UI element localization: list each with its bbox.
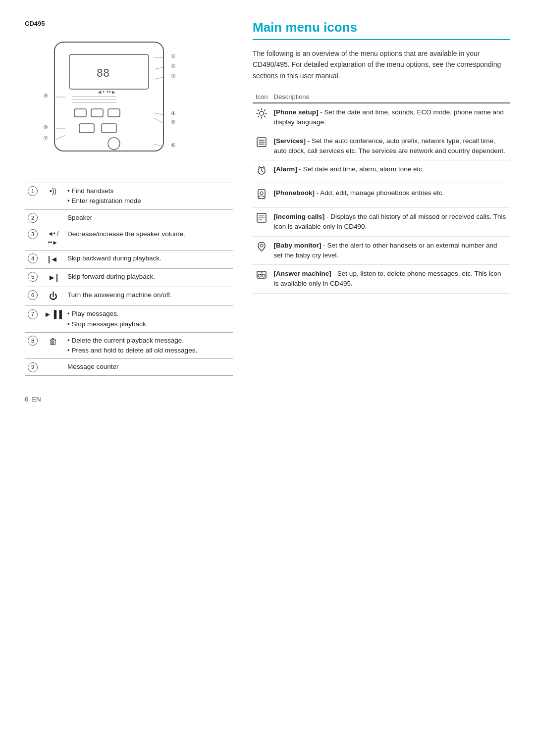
menu-item-row: [Baby monitor] - Set the alert to other …: [253, 236, 510, 265]
table-row: 2 Speaker: [25, 209, 233, 226]
menu-item-description: [Answer machine] - Set up, listen to, de…: [271, 265, 510, 294]
svg-rect-7: [91, 109, 103, 117]
row-number: 9: [25, 359, 41, 375]
svg-text:⑦: ⑦: [43, 135, 48, 141]
menu-icon-cell: [253, 132, 271, 160]
svg-text:②: ②: [171, 63, 176, 69]
page-lang: EN: [32, 396, 41, 403]
table-row: 4 |◄ Skip backward during playback.: [25, 250, 233, 268]
svg-line-22: [154, 67, 163, 69]
menu-item-row: [Alarm] - Set date and time, alarm, alar…: [253, 160, 510, 184]
button-description: Skip backward during playback.: [65, 250, 233, 268]
device-svg: 88 ① ② ③: [25, 32, 203, 171]
svg-rect-6: [74, 109, 86, 117]
menu-icon-cell: [253, 236, 271, 265]
menu-item-description: [Phonebook] - Add, edit, manage phoneboo…: [271, 184, 510, 208]
svg-line-24: [154, 113, 163, 115]
phonebook-icon: [256, 189, 267, 200]
menu-icon-cell: [253, 184, 271, 208]
svg-point-51: [262, 274, 265, 277]
svg-text:••►: ••►: [107, 89, 116, 96]
button-icon: [41, 359, 65, 375]
row-number: 2: [25, 209, 41, 226]
row-number: 3: [25, 226, 41, 250]
table-header-row: Icon Descriptions: [253, 91, 510, 103]
row-number: 5: [25, 268, 41, 287]
button-icon: ►▐▐: [41, 306, 65, 333]
svg-line-39: [262, 171, 263, 172]
button-description: Play messages. Stop messages playback.: [65, 306, 233, 333]
button-icon: ►|: [41, 268, 65, 287]
alarm-icon: [256, 165, 267, 176]
svg-rect-9: [79, 124, 94, 133]
svg-line-40: [259, 166, 260, 167]
button-icon: •)): [41, 183, 65, 210]
svg-text:◄•: ◄•: [97, 89, 105, 96]
menu-icon-cell: [253, 208, 271, 237]
col-desc-header: Descriptions: [271, 91, 510, 103]
table-row: 3 ◄• / ••► Decrease/increase the speaker…: [25, 226, 233, 250]
main-layout: CD495 88: [25, 20, 510, 376]
svg-text:⑥: ⑥: [171, 142, 176, 148]
table-row: 9 Message counter: [25, 359, 233, 375]
row-number: 7: [25, 306, 41, 333]
svg-text:88: 88: [97, 67, 110, 79]
svg-text:⑤: ⑤: [171, 119, 176, 125]
svg-point-32: [260, 111, 264, 115]
row-number: 6: [25, 287, 41, 306]
svg-rect-8: [108, 109, 120, 117]
menu-item-row: [Phonebook] - Add, edit, manage phoneboo…: [253, 184, 510, 208]
row-number: 8: [25, 332, 41, 359]
menu-item-row: [Phone setup] - Set the date and time, s…: [253, 103, 510, 132]
intro-text: The following is an overview of the menu…: [253, 48, 510, 81]
svg-line-29: [55, 135, 65, 140]
button-description: Speaker: [65, 209, 233, 226]
menu-item-description: [Services] - Set the auto conference, au…: [271, 132, 510, 160]
services-icon: [256, 137, 267, 148]
menu-item-description: [Phone setup] - Set the date and time, s…: [271, 103, 510, 132]
col-icon-header: Icon: [253, 91, 271, 103]
menu-item-row: [Incoming calls] - Displays the call his…: [253, 208, 510, 237]
menu-item-description: [Alarm] - Set date and time, alarm, alar…: [271, 160, 510, 184]
page-footer: 6 EN: [25, 396, 510, 403]
button-reference-table: 1 •)) Find handsets Enter registration m…: [25, 183, 233, 376]
svg-text:⑨: ⑨: [43, 93, 48, 99]
button-description: Skip forward during playback.: [65, 268, 233, 287]
row-number: 1: [25, 183, 41, 210]
table-row: 6 ⏻ Turn the answering machine on/off.: [25, 287, 233, 306]
product-label: CD495: [25, 20, 233, 27]
button-description: Delete the current playback message. Pre…: [65, 332, 233, 359]
menu-icon-cell: [253, 265, 271, 294]
svg-rect-42: [258, 190, 265, 199]
svg-rect-10: [102, 124, 116, 133]
table-row: 5 ►| Skip forward during playback.: [25, 268, 233, 287]
table-row: 7 ►▐▐ Play messages. Stop messages playb…: [25, 306, 233, 333]
table-row: 8 🗑 Delete the current playback message.…: [25, 332, 233, 359]
svg-line-23: [154, 77, 163, 79]
table-row: 1 •)) Find handsets Enter registration m…: [25, 183, 233, 210]
menu-icon-cell: [253, 103, 271, 132]
incoming-calls-icon: [256, 212, 267, 223]
menu-icon-cell: [253, 160, 271, 184]
button-description: Find handsets Enter registration mode: [65, 183, 233, 210]
menu-item-description: [Baby monitor] - Set the alert to other …: [271, 236, 510, 265]
right-column: Main menu icons The following is an over…: [253, 20, 510, 294]
svg-point-43: [260, 192, 263, 195]
button-icon: 🗑: [41, 332, 65, 359]
button-description: Turn the answering machine on/off.: [65, 287, 233, 306]
menu-item-row: [Services] - Set the auto conference, au…: [253, 132, 510, 160]
svg-point-11: [108, 138, 120, 150]
svg-point-48: [260, 244, 263, 247]
svg-text:④: ④: [171, 110, 176, 116]
page-container: CD495 88: [25, 20, 510, 403]
button-icon: |◄: [41, 250, 65, 268]
svg-text:①: ①: [171, 53, 176, 59]
svg-point-50: [258, 274, 261, 277]
button-description: Message counter: [65, 359, 233, 375]
button-icon: [41, 209, 65, 226]
button-description: Decrease/increase the speaker volume.: [65, 226, 233, 250]
button-icon: ⏻: [41, 287, 65, 306]
button-icon: ◄• / ••►: [41, 226, 65, 250]
page-number: 6: [25, 396, 28, 403]
svg-line-41: [264, 166, 265, 167]
